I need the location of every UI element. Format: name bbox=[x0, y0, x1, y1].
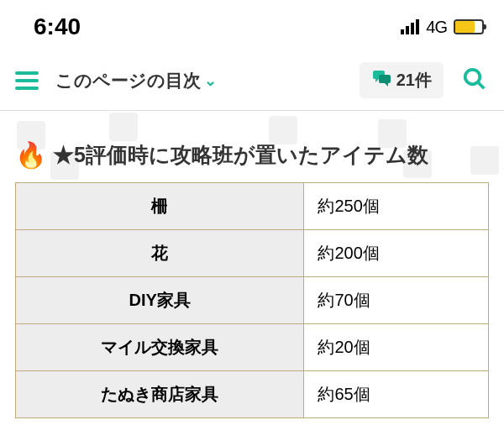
signal-bars-icon bbox=[401, 19, 419, 34]
row-name: 花 bbox=[16, 230, 304, 277]
heading-text: ★5評価時に攻略班が置いたアイテム数 bbox=[53, 141, 428, 169]
item-count-table: 柵 約250個 花 約200個 DIY家具 約70個 マイル交換家具 約20個 … bbox=[15, 182, 489, 418]
svg-rect-1 bbox=[379, 75, 391, 83]
search-button[interactable] bbox=[455, 63, 494, 98]
row-name: DIY家具 bbox=[16, 277, 304, 324]
toc-dropdown[interactable]: このページの目次 ⌄ bbox=[55, 69, 217, 92]
status-bar: 6:40 4G bbox=[0, 0, 504, 50]
row-value: 約70個 bbox=[304, 277, 489, 324]
status-right: 4G bbox=[401, 18, 484, 37]
chevron-down-icon: ⌄ bbox=[204, 71, 217, 90]
svg-line-3 bbox=[478, 81, 485, 88]
status-time: 6:40 bbox=[34, 13, 81, 40]
comment-icon bbox=[371, 71, 391, 91]
row-name: マイル交換家具 bbox=[16, 324, 304, 371]
row-name: たぬき商店家具 bbox=[16, 371, 304, 418]
network-label: 4G bbox=[426, 18, 447, 37]
nav-bar: このページの目次 ⌄ 21件 bbox=[0, 50, 504, 111]
row-value: 約65個 bbox=[304, 371, 489, 418]
row-value: 約20個 bbox=[304, 324, 489, 371]
menu-button[interactable] bbox=[10, 68, 44, 93]
table-row: たぬき商店家具 約65個 bbox=[16, 371, 489, 418]
svg-point-2 bbox=[465, 69, 480, 84]
table-row: 柵 約250個 bbox=[16, 183, 489, 230]
row-value: 約250個 bbox=[304, 183, 489, 230]
bonfire-icon: 🔥 bbox=[15, 143, 46, 168]
row-value: 約200個 bbox=[304, 230, 489, 277]
battery-icon bbox=[454, 19, 484, 34]
content: 🔥 ★5評価時に攻略班が置いたアイテム数 柵 約250個 花 約200個 DIY… bbox=[0, 141, 504, 418]
table-row: DIY家具 約70個 bbox=[16, 277, 489, 324]
section-heading: 🔥 ★5評価時に攻略班が置いたアイテム数 bbox=[15, 141, 489, 169]
toc-label: このページの目次 bbox=[55, 69, 201, 92]
row-name: 柵 bbox=[16, 183, 304, 230]
comment-button[interactable]: 21件 bbox=[360, 62, 444, 98]
comment-count: 21件 bbox=[396, 69, 432, 92]
table-row: マイル交換家具 約20個 bbox=[16, 324, 489, 371]
table-row: 花 約200個 bbox=[16, 230, 489, 277]
